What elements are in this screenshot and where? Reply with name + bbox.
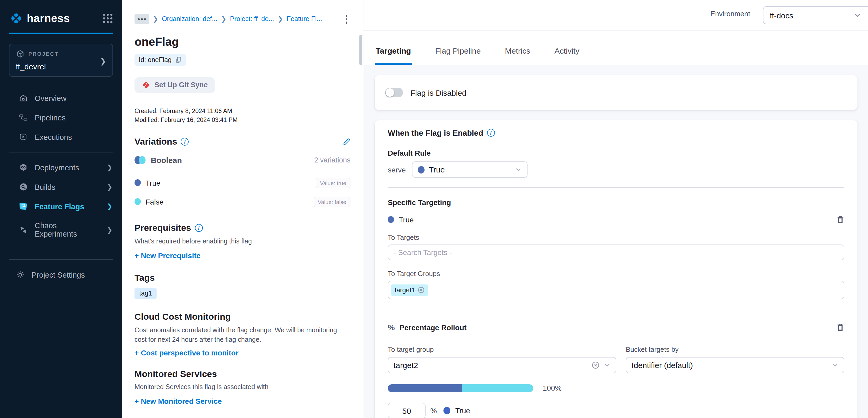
- feature-flags-icon: [19, 202, 28, 211]
- sidebar-item-chaos-experiments[interactable]: Chaos Experiments ❯: [0, 216, 122, 243]
- new-monitored-service-link[interactable]: + New Monitored Service: [134, 397, 222, 406]
- project-name: ff_devrel: [16, 62, 106, 71]
- flag-tabs: Targeting Flag Pipeline Metrics Activity: [364, 30, 868, 65]
- target-groups-input[interactable]: target1: [388, 281, 844, 299]
- monitored-services-description: Monitored Services this flag is associat…: [134, 382, 346, 392]
- chaos-experiments-icon: [19, 225, 28, 234]
- harness-logo-icon: [9, 11, 23, 25]
- rollout-target-group-select[interactable]: target2: [388, 357, 616, 373]
- divider: [388, 311, 844, 311]
- trash-icon[interactable]: [836, 323, 844, 332]
- new-prerequisite-link[interactable]: + New Prerequisite: [134, 251, 200, 260]
- flag-detail-panel: ❯ Organization: def... ❯ Project: ff_de.…: [122, 0, 364, 418]
- info-icon[interactable]: i: [487, 129, 495, 137]
- breadcrumb-organization[interactable]: Organization: def...: [162, 16, 217, 23]
- tags-heading: Tags: [134, 273, 155, 283]
- variation-type-row: Boolean 2 variations: [134, 155, 350, 164]
- flag-title: oneFlag: [134, 35, 350, 49]
- divider: [134, 170, 350, 170]
- kebab-menu-icon[interactable]: [342, 14, 350, 25]
- percent-unit-label: %: [430, 407, 437, 415]
- edit-pencil-icon[interactable]: [343, 138, 350, 146]
- false-dot-icon: [134, 198, 141, 205]
- breadcrumb-feature-flags[interactable]: Feature Fl...: [287, 16, 322, 23]
- sidebar-item-pipelines[interactable]: Pipelines: [0, 108, 122, 127]
- target-group-chip: target1: [391, 284, 428, 296]
- rollout-distribution-bar: [388, 384, 533, 392]
- sidebar-item-builds[interactable]: Builds ❯: [0, 177, 122, 197]
- breadcrumb-project[interactable]: Project: ff_de...: [230, 16, 274, 23]
- cube-icon: [16, 50, 25, 58]
- sidebar-item-feature-flags[interactable]: Feature Flags ❯: [0, 197, 122, 216]
- specific-variation-row: True: [388, 215, 844, 224]
- to-targets-label: To Targets: [388, 234, 844, 241]
- serve-value: True: [429, 165, 445, 174]
- percentage-rollout-heading: Percentage Rollout: [400, 323, 467, 331]
- tab-targeting[interactable]: Targeting: [375, 46, 412, 65]
- variation-value-badge: Value: false: [314, 197, 350, 207]
- flag-enabled-toggle[interactable]: [385, 88, 403, 97]
- true-dot-icon: [134, 179, 141, 186]
- tab-flag-pipeline[interactable]: Flag Pipeline: [434, 46, 482, 65]
- set-up-git-sync-button[interactable]: Set Up Git Sync: [134, 77, 215, 93]
- executions-icon: [19, 132, 28, 142]
- targeting-content: Flag is Disabled When the Flag is Enable…: [364, 65, 868, 418]
- modified-date: Modified: February 16, 2024 03:41 PM: [134, 116, 350, 123]
- git-sync-label: Set Up Git Sync: [154, 81, 208, 89]
- sidebar-item-overview[interactable]: Overview: [0, 88, 122, 108]
- search-targets-input[interactable]: [388, 244, 844, 260]
- environment-select[interactable]: ff-docs: [763, 6, 868, 24]
- trash-icon[interactable]: [836, 215, 844, 224]
- rollout-weight-row: % True: [388, 403, 844, 418]
- chevron-down-icon: [604, 362, 611, 368]
- info-icon[interactable]: i: [181, 138, 189, 146]
- cloud-cost-heading: Cloud Cost Monitoring: [134, 311, 231, 322]
- sidebar-item-label: Feature Flags: [35, 202, 84, 211]
- rollout-target-group-value: target2: [394, 361, 418, 370]
- chevron-right-icon: ❯: [107, 226, 113, 234]
- cloud-cost-description: Cost anomalies correlated with the flag …: [134, 325, 346, 345]
- sidebar-item-deployments[interactable]: Deployments ❯: [0, 158, 122, 177]
- app-grid-icon[interactable]: [103, 14, 113, 23]
- true-weight-input[interactable]: [388, 403, 426, 418]
- gear-icon: [16, 270, 25, 279]
- bucket-targets-by-select[interactable]: Identifier (default): [626, 357, 844, 373]
- sidebar-nav: Overview Pipelines Executions: [0, 88, 122, 285]
- flag-rules-card: When the Flag is Enabled i Default Rule …: [375, 120, 858, 418]
- divider: [9, 152, 113, 152]
- git-icon: [142, 81, 150, 89]
- specific-targeting-heading: Specific Targeting: [388, 198, 844, 207]
- default-rule-serve-select[interactable]: True: [412, 161, 528, 178]
- sidebar-item-executions[interactable]: Executions: [0, 127, 122, 147]
- info-icon[interactable]: i: [195, 224, 203, 232]
- sidebar-item-label: Builds: [35, 183, 56, 191]
- clear-selection-icon[interactable]: [592, 361, 599, 369]
- tab-activity[interactable]: Activity: [554, 46, 581, 65]
- serve-label: serve: [388, 166, 406, 174]
- scrollbar-thumb[interactable]: [360, 35, 362, 65]
- bucket-targets-by-label: Bucket targets by: [626, 346, 679, 353]
- rollout-total-percent: 100%: [543, 384, 562, 392]
- monitored-services-heading: Monitored Services: [134, 369, 217, 380]
- divider: [9, 259, 113, 260]
- copy-icon[interactable]: [175, 56, 182, 63]
- chevron-down-icon: [515, 166, 522, 173]
- breadcrumb-collapse-pill[interactable]: [134, 14, 149, 25]
- environment-label: Environment: [710, 10, 750, 18]
- remove-chip-icon[interactable]: [418, 287, 425, 293]
- tab-metrics[interactable]: Metrics: [504, 46, 531, 65]
- sidebar-item-project-settings[interactable]: Project Settings: [0, 265, 122, 285]
- true-percent-segment: [388, 384, 462, 392]
- bucket-targets-by-value: Identifier (default): [631, 361, 693, 370]
- false-percent-segment: [462, 384, 533, 392]
- prerequisites-heading: Prerequisites: [134, 223, 191, 233]
- sidebar-item-label: Overview: [35, 94, 66, 102]
- variation-name: True: [146, 179, 160, 187]
- chevron-right-icon: ❯: [153, 16, 158, 23]
- project-selector[interactable]: PROJECT ff_devrel ❯: [9, 43, 113, 77]
- chevron-right-icon: ❯: [107, 163, 113, 171]
- rollout-distribution-row: 100%: [388, 384, 844, 392]
- to-target-groups-label: To Target Groups: [388, 270, 844, 278]
- environment-value: ff-docs: [770, 11, 794, 20]
- cost-perspective-link[interactable]: + Cost perspective to monitor: [134, 349, 239, 357]
